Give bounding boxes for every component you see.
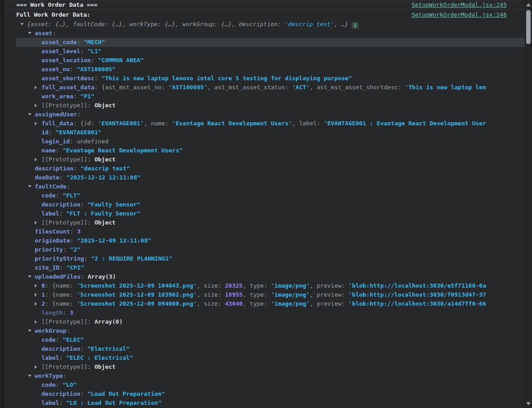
punctuation: ,: [310, 84, 317, 91]
tree-row[interactable]: work_area: "P1": [16, 92, 525, 101]
string-value: "2025-12-09 12:11:08": [77, 237, 151, 244]
property-key: description: [41, 201, 80, 208]
tree-row[interactable]: priorityString: "2 : REQUIRE PLANNING1": [16, 254, 525, 263]
tree-row[interactable]: name: "Evantage React Development Users": [16, 146, 525, 155]
tree-row[interactable]: [[Prototype]]: Object: [16, 155, 525, 164]
tree-row[interactable]: [[Prototype]]: Object: [16, 218, 525, 227]
collapse-arrow-icon[interactable]: [28, 110, 35, 119]
vertical-scrollbar[interactable]: [525, 0, 532, 408]
punctuation: ,: [197, 291, 204, 298]
punctuation: :: [59, 354, 66, 361]
punctuation: :: [317, 120, 324, 127]
punctuation: :: [63, 372, 67, 379]
string-value: 'blob:http://localhost:3030/a14d7ff0-66: [349, 300, 486, 307]
property-key: label: [41, 210, 59, 217]
property-key: assignedUser: [35, 111, 77, 118]
punctuation: : {: [45, 282, 55, 289]
tree-row[interactable]: code: "LO": [16, 380, 525, 390]
tree-row[interactable]: originDate: "2025-12-09 12:11:08": [16, 236, 525, 245]
tree-row[interactable]: workGroup:: [16, 326, 525, 335]
tree-row[interactable]: asset_no: "AST100005": [16, 65, 525, 74]
string-value: "CPI": [66, 264, 84, 271]
punctuation: :: [264, 282, 271, 289]
tree-row[interactable]: asset_level: "L1": [16, 47, 525, 56]
tree-row[interactable]: 2: {name: 'Screenshot 2025-12-09 094000.…: [16, 299, 525, 308]
tree-row[interactable]: description: "Load Out Preparation": [16, 390, 525, 399]
tree-row[interactable]: id: "EVANTAGE001": [16, 128, 525, 137]
tree-row[interactable]: faultCode:: [16, 182, 525, 191]
scroll-down-arrow-icon[interactable]: [526, 402, 531, 405]
punctuation: [[Prototype]]: [41, 156, 87, 163]
tree-row[interactable]: uploadedFiles: Array(3): [16, 272, 525, 281]
tree-row[interactable]: dueDate: "2025-12-12 12:11:08": [16, 173, 525, 182]
collapse-arrow-icon[interactable]: [20, 20, 27, 29]
punctuation: size: [204, 282, 218, 289]
string-value: "AST100005": [77, 66, 115, 73]
property-key: workType: [35, 372, 63, 379]
tree-row[interactable]: [[Prototype]]: Array(0): [16, 317, 525, 326]
scrollbar-thumb[interactable]: [526, 10, 531, 44]
tree-row[interactable]: assignedUser:: [16, 110, 525, 119]
collapse-arrow-icon[interactable]: [28, 182, 35, 191]
string-value: "Electrical": [87, 345, 130, 352]
punctuation: :: [60, 264, 67, 271]
expand-arrow-icon[interactable]: [35, 317, 41, 326]
collapse-arrow-icon[interactable]: [28, 29, 35, 38]
expand-arrow-icon[interactable]: [35, 299, 41, 308]
tree-row[interactable]: description: "Electrical": [16, 344, 525, 353]
expand-arrow-icon[interactable]: [35, 119, 41, 128]
collapse-arrow-icon[interactable]: [28, 272, 35, 281]
tree-row[interactable]: asset:: [16, 29, 525, 38]
expand-arrow-icon[interactable]: [35, 155, 41, 164]
tree-row[interactable]: priority: "2": [16, 245, 525, 254]
expand-arrow-icon[interactable]: [35, 101, 41, 110]
tree-row[interactable]: [[Prototype]]: Object: [16, 362, 525, 371]
console-message: === Work Order Data === SetupWorkOrderMo…: [5, 0, 525, 9]
tree-row[interactable]: label: "FLT : Faulty Sensor": [16, 209, 525, 218]
collapse-arrow-icon[interactable]: [28, 371, 35, 380]
punctuation: :: [264, 291, 271, 298]
property-key: asset_location: [41, 57, 91, 64]
object-value: Array(3): [87, 273, 116, 280]
tree-row[interactable]: 1: {name: 'Screenshot 2025-12-09 103902.…: [16, 290, 525, 299]
tree-row[interactable]: full_asset_data: {ast_mst_asset_no: 'AST…: [16, 83, 525, 92]
expand-arrow-icon[interactable]: [35, 290, 41, 299]
tree-row[interactable]: login_id: undefined: [16, 137, 525, 146]
expand-arrow-icon[interactable]: [35, 362, 41, 371]
tree-row[interactable]: code: "ELEC": [16, 335, 525, 344]
collapse-arrow-icon[interactable]: [28, 326, 35, 335]
property-key: dueDate: [35, 174, 60, 181]
console-left-gutter: [0, 0, 5, 408]
tree-row[interactable]: asset_code: "MECH": [16, 38, 525, 47]
expand-arrow-icon[interactable]: [35, 218, 41, 227]
tree-row[interactable]: site_ID: "CPI": [16, 263, 525, 272]
punctuation: undefined: [77, 138, 108, 145]
scroll-up-arrow-icon[interactable]: [526, 3, 531, 6]
expand-arrow-icon[interactable]: [35, 281, 41, 290]
info-icon[interactable]: i: [352, 22, 358, 29]
tree-row[interactable]: description: "Faulty Sensor": [16, 200, 525, 209]
punctuation: ast_mst_asset_status: [215, 84, 285, 91]
tree-row[interactable]: 0: {name: 'Screenshot 2025-12-09 104043.…: [16, 281, 525, 290]
property-key: originDate: [35, 237, 70, 244]
tree-row[interactable]: description: "descrip test": [16, 164, 525, 173]
tree-row[interactable]: label: "ELEC : Electrical": [16, 353, 525, 362]
source-link[interactable]: SetupWorkOrderModal.jsx:246: [412, 11, 507, 18]
punctuation: :: [264, 300, 271, 307]
tree-row[interactable]: code: "FLT": [16, 191, 525, 200]
tree-row[interactable]: asset_location: "COMMON AREA": [16, 56, 525, 65]
punctuation: :: [341, 282, 349, 289]
tree-row[interactable]: full_data: {id: 'EVANTAGE001', name: 'Ev…: [16, 119, 525, 128]
string-value: "descrip test": [81, 165, 130, 172]
tree-row[interactable]: workType:: [16, 371, 525, 380]
tree-row[interactable]: asset_shortdesc: "This is new laptop len…: [16, 74, 525, 83]
tree-row[interactable]: filesCount: 3: [16, 227, 525, 236]
tree-row[interactable]: length: 3: [16, 308, 525, 317]
source-link[interactable]: SetupWorkOrderModal.jsx:245: [412, 1, 507, 8]
tree-row[interactable]: [[Prototype]]: Object: [16, 101, 525, 110]
expand-arrow-icon[interactable]: [35, 83, 41, 92]
string-value: "2": [70, 246, 80, 253]
punctuation: ,: [243, 291, 250, 298]
tree-row[interactable]: label: "LO : Load Out Preparation": [16, 399, 525, 408]
tree-row[interactable]: {asset: {…}, faultCode: {…}, workType: {…: [16, 20, 525, 29]
